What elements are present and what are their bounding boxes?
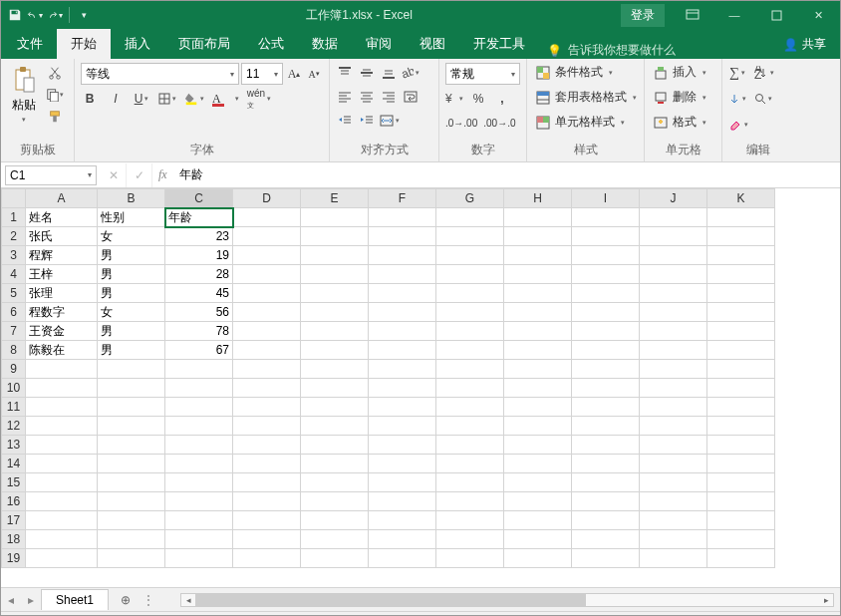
align-right-icon[interactable]	[380, 87, 398, 107]
cell[interactable]	[26, 530, 98, 549]
cell[interactable]	[233, 303, 301, 322]
cell[interactable]	[165, 417, 233, 436]
cell[interactable]	[572, 398, 640, 417]
row-header[interactable]: 9	[2, 360, 26, 379]
cell[interactable]	[301, 398, 369, 417]
tell-me-search[interactable]: 💡告诉我你想要做什么	[547, 42, 676, 59]
cell[interactable]: 王资金	[26, 322, 98, 341]
paste-button[interactable]: 粘贴 ▾	[7, 63, 41, 126]
cell[interactable]	[572, 208, 640, 227]
cell[interactable]	[26, 436, 98, 455]
copy-icon[interactable]: ▾	[45, 85, 65, 105]
row-header[interactable]: 12	[2, 417, 26, 436]
cell[interactable]	[301, 436, 369, 455]
cell[interactable]	[301, 417, 369, 436]
delete-cells-button[interactable]: 删除▾	[651, 88, 708, 107]
cell[interactable]	[301, 473, 369, 492]
cell[interactable]	[301, 322, 369, 341]
sheet-tab[interactable]: Sheet1	[41, 589, 109, 610]
tab-insert[interactable]: 插入	[111, 29, 164, 59]
cell[interactable]	[26, 360, 98, 379]
cell[interactable]	[640, 284, 707, 303]
decrease-indent-icon[interactable]	[336, 111, 354, 131]
cell[interactable]	[233, 322, 301, 341]
tab-file[interactable]: 文件	[1, 29, 57, 59]
cell[interactable]	[98, 511, 165, 530]
cell[interactable]	[572, 549, 640, 568]
align-middle-icon[interactable]	[358, 63, 376, 83]
cell[interactable]: 年龄	[165, 208, 233, 227]
qat-customize-icon[interactable]: ▾	[76, 7, 92, 23]
cell[interactable]	[301, 284, 369, 303]
row-header[interactable]: 14	[2, 455, 26, 473]
tab-view[interactable]: 视图	[406, 29, 459, 59]
save-icon[interactable]	[7, 7, 23, 23]
fx-icon[interactable]: fx	[152, 167, 173, 182]
cell[interactable]	[301, 265, 369, 284]
select-all-corner[interactable]	[2, 189, 26, 208]
cell[interactable]	[301, 246, 369, 265]
cell[interactable]	[301, 341, 369, 360]
cell[interactable]: 男	[98, 246, 165, 265]
cell[interactable]	[436, 455, 504, 473]
cell[interactable]	[504, 455, 572, 473]
col-header[interactable]: B	[98, 189, 165, 208]
cell[interactable]: 张理	[26, 284, 98, 303]
cell[interactable]	[640, 379, 707, 398]
cell[interactable]	[640, 341, 707, 360]
number-format-select[interactable]: 常规▾	[445, 63, 520, 85]
format-painter-icon[interactable]	[45, 107, 65, 127]
decrease-decimal-icon[interactable]: .00→.0	[483, 113, 515, 133]
align-left-icon[interactable]	[336, 87, 354, 107]
cell[interactable]	[301, 549, 369, 568]
row-header[interactable]: 16	[2, 492, 26, 511]
cell[interactable]	[572, 284, 640, 303]
autosum-button[interactable]: ∑	[728, 63, 746, 83]
cell[interactable]	[640, 436, 707, 455]
cell[interactable]	[233, 417, 301, 436]
cell[interactable]	[26, 473, 98, 492]
cell[interactable]	[233, 360, 301, 379]
worksheet-grid[interactable]: ABCDEFGHIJK1姓名性别年龄2张氏女233程辉男194王梓男285张理男…	[1, 188, 840, 587]
cell[interactable]	[707, 549, 775, 568]
align-top-icon[interactable]	[336, 63, 354, 83]
cell[interactable]	[640, 208, 707, 227]
cell[interactable]: 王梓	[26, 265, 98, 284]
cell[interactable]	[707, 379, 775, 398]
conditional-format-button[interactable]: 条件格式▾	[533, 63, 615, 82]
cell[interactable]	[707, 341, 775, 360]
ribbon-display-icon[interactable]	[673, 1, 712, 29]
cell[interactable]	[707, 417, 775, 436]
increase-decimal-icon[interactable]: .0→.00	[445, 113, 477, 133]
cell[interactable]	[233, 473, 301, 492]
cell[interactable]	[504, 227, 572, 246]
cell[interactable]	[165, 398, 233, 417]
cell[interactable]	[572, 246, 640, 265]
col-header[interactable]: D	[233, 189, 301, 208]
cell[interactable]	[233, 227, 301, 246]
cell[interactable]	[369, 227, 436, 246]
cell[interactable]	[233, 492, 301, 511]
col-header[interactable]: K	[707, 189, 775, 208]
cell[interactable]	[504, 284, 572, 303]
cell[interactable]	[369, 436, 436, 455]
cell[interactable]	[436, 473, 504, 492]
col-header[interactable]: E	[301, 189, 369, 208]
cell[interactable]	[640, 398, 707, 417]
cell[interactable]	[640, 303, 707, 322]
cell[interactable]	[436, 511, 504, 530]
cell[interactable]	[369, 379, 436, 398]
cell[interactable]	[640, 492, 707, 511]
cell[interactable]: 78	[165, 322, 233, 341]
col-header[interactable]: A	[26, 189, 98, 208]
cell[interactable]	[640, 511, 707, 530]
cell[interactable]: 姓名	[26, 208, 98, 227]
cell[interactable]: 67	[165, 341, 233, 360]
cell[interactable]	[26, 398, 98, 417]
comma-icon[interactable]: ,	[493, 89, 511, 109]
border-button[interactable]	[158, 89, 176, 109]
row-header[interactable]: 3	[2, 246, 26, 265]
cell[interactable]: 28	[165, 265, 233, 284]
cell[interactable]	[369, 360, 436, 379]
cell-style-button[interactable]: 单元格样式▾	[533, 113, 627, 132]
